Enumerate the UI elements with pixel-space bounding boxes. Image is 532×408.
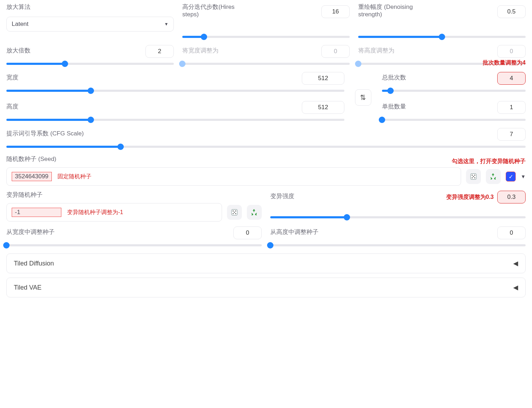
var-reuse-seed-button[interactable] <box>247 205 262 220</box>
hires-steps-slider[interactable] <box>182 34 350 40</box>
annotation-batch-count: 批次数量调整为4 <box>483 59 526 67</box>
height-input[interactable]: 512 <box>302 101 344 114</box>
accordion-tiled-vae[interactable]: Tiled VAE ◀ <box>6 278 526 297</box>
accordion-label: Tiled Diffusion <box>14 260 54 267</box>
extra-seed-checkbox[interactable]: ✓ <box>506 172 516 181</box>
batch-size-label: 单批数量 <box>382 102 406 111</box>
annotation-var-seed: 变异随机种子调整为-1 <box>67 209 123 216</box>
svg-point-4 <box>472 177 473 178</box>
var-strength-slider[interactable] <box>270 214 526 220</box>
svg-point-10 <box>233 213 234 214</box>
resize-h-label: 将高度调整为 <box>358 46 394 55</box>
var-seed-value: -1 <box>12 208 61 217</box>
svg-point-9 <box>234 212 235 213</box>
annotation-extra-check: 勾选这里，打开变异随机种子 <box>452 158 526 165</box>
var-strength-input[interactable]: 0.3 <box>497 191 526 203</box>
svg-point-1 <box>472 175 473 176</box>
resize-seed-h-label: 从高度中调整种子 <box>270 228 318 236</box>
resize-seed-h-input[interactable]: 0 <box>497 227 526 239</box>
recycle-icon <box>250 208 258 216</box>
batch-count-input[interactable]: 4 <box>497 72 526 85</box>
seed-value: 3524643099 <box>12 172 52 181</box>
height-label: 高度 <box>6 102 18 111</box>
swap-icon: ⇅ <box>360 93 366 102</box>
reuse-seed-button[interactable] <box>486 169 501 184</box>
batch-size-slider[interactable] <box>382 117 526 123</box>
accordion-label: Tiled VAE <box>14 284 41 291</box>
svg-point-3 <box>473 176 474 177</box>
denoise-label: 重绘幅度 (Denoising strength) <box>358 3 429 18</box>
svg-point-11 <box>235 213 236 214</box>
hires-steps-label: 高分迭代步数(Hires steps) <box>182 3 246 18</box>
batch-count-label: 总批次数 <box>382 73 406 82</box>
svg-point-8 <box>235 211 236 212</box>
denoise-input[interactable]: 0.5 <box>497 5 526 18</box>
batch-size-input[interactable]: 1 <box>497 101 526 114</box>
resize-w-label: 将宽度调整为 <box>182 46 218 55</box>
recycle-icon <box>489 173 497 180</box>
annotation-var-strength: 变异强度调整为0.3 <box>446 194 494 201</box>
resize-seed-w-input[interactable]: 0 <box>233 227 262 239</box>
var-seed-label: 变异随机种子 <box>6 191 262 199</box>
height-slider[interactable] <box>6 117 344 123</box>
var-random-seed-button[interactable] <box>227 205 242 220</box>
resize-seed-h-slider[interactable] <box>270 242 526 248</box>
resize-seed-w-label: 从宽度中调整种子 <box>6 228 55 236</box>
var-strength-label: 变异强度 <box>270 192 294 200</box>
svg-point-7 <box>233 211 234 212</box>
resize-seed-w-slider[interactable] <box>6 242 262 248</box>
dice-icon <box>231 208 238 216</box>
upscale-by-label: 放大倍数 <box>6 46 31 55</box>
chevron-down-icon[interactable]: ▼ <box>521 174 526 179</box>
denoise-slider[interactable] <box>358 34 526 40</box>
upscale-by-slider[interactable] <box>6 61 174 67</box>
resize-w-slider[interactable] <box>182 61 350 67</box>
dice-icon <box>470 173 477 180</box>
seed-input[interactable]: 3524643099 固定随机种子 <box>6 167 461 186</box>
chevron-left-icon: ◀ <box>513 259 518 267</box>
upscale-by-input[interactable]: 2 <box>145 45 174 58</box>
width-input[interactable]: 512 <box>302 72 344 85</box>
hires-steps-input[interactable]: 16 <box>321 5 350 18</box>
cfg-label: 提示词引导系数 (CFG Scale) <box>6 129 84 138</box>
random-seed-button[interactable] <box>466 169 481 184</box>
chevron-left-icon: ◀ <box>513 284 518 291</box>
var-seed-input[interactable]: -1 变异随机种子调整为-1 <box>6 203 222 222</box>
cfg-slider[interactable] <box>6 144 526 150</box>
upscaler-label: 放大算法 <box>6 3 174 11</box>
annotation-fixed-seed: 固定随机种子 <box>57 173 92 180</box>
resize-h-input[interactable]: 0 <box>497 45 526 58</box>
upscaler-select[interactable]: Latent ▼ <box>6 17 174 32</box>
chevron-down-icon: ▼ <box>164 22 168 27</box>
resize-w-input[interactable]: 0 <box>321 45 350 58</box>
cfg-input[interactable]: 7 <box>497 128 526 141</box>
svg-point-5 <box>474 177 475 178</box>
accordion-tiled-diffusion[interactable]: Tiled Diffusion ◀ <box>6 253 526 273</box>
width-label: 宽度 <box>6 73 18 82</box>
check-icon: ✓ <box>509 173 513 180</box>
svg-point-2 <box>474 175 475 176</box>
batch-count-slider[interactable] <box>382 88 526 94</box>
upscaler-value: Latent <box>12 21 28 28</box>
swap-dimensions-button[interactable]: ⇅ <box>355 89 371 106</box>
seed-label: 随机数种子 (Seed) <box>6 155 56 163</box>
width-slider[interactable] <box>6 88 344 94</box>
